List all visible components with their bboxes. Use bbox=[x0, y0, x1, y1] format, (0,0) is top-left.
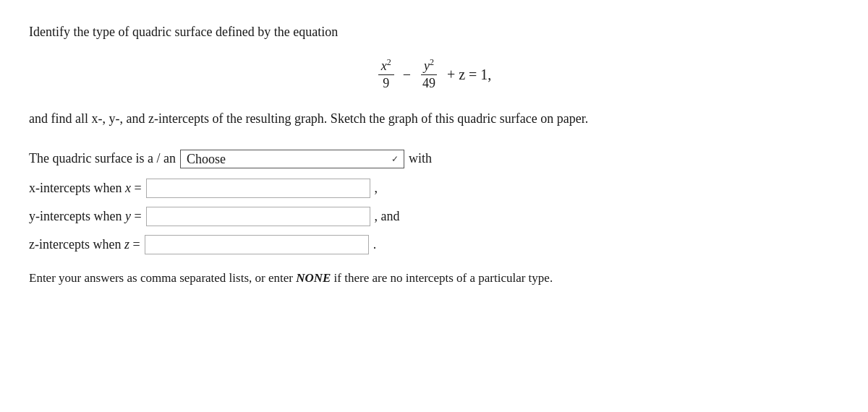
term2-var: y bbox=[424, 59, 430, 73]
z-var: z bbox=[124, 237, 129, 252]
term1-exp: 2 bbox=[387, 57, 391, 67]
operator: − bbox=[403, 66, 411, 83]
term1-var: x bbox=[381, 59, 387, 73]
term2-denominator: 49 bbox=[420, 75, 438, 91]
equation-block: x2 9 − y2 49 + z = 1, bbox=[29, 57, 839, 91]
x-intercept-label: x-intercepts when x = bbox=[29, 181, 142, 196]
interactive-section: The quadric surface is a / an Choose Ell… bbox=[29, 150, 839, 254]
footer-none: NONE bbox=[296, 271, 331, 285]
term1-denominator: 9 bbox=[380, 75, 392, 91]
z-intercept-row: z-intercepts when z = . bbox=[29, 235, 839, 254]
intro-text: Identify the type of quadric surface def… bbox=[29, 22, 839, 43]
dropdown-suffix: with bbox=[409, 151, 432, 166]
y-intercept-label: y-intercepts when y = bbox=[29, 209, 142, 224]
z-intercept-input[interactable] bbox=[145, 235, 369, 254]
y-intercept-row: y-intercepts when y = , and bbox=[29, 207, 839, 226]
surface-label-prefix: The quadric surface is a / an bbox=[29, 151, 176, 166]
x-intercept-row: x-intercepts when x = , bbox=[29, 179, 839, 198]
term2-exp: 2 bbox=[430, 57, 434, 67]
y-var: y bbox=[125, 209, 131, 223]
footer-text: Enter your answers as comma separated li… bbox=[29, 269, 839, 288]
y-intercept-input[interactable] bbox=[146, 207, 370, 226]
x-intercept-input[interactable] bbox=[146, 179, 370, 198]
footer-text-before: Enter your answers as comma separated li… bbox=[29, 271, 296, 285]
y-suffix: , and bbox=[375, 209, 400, 224]
term1-numerator: x2 bbox=[378, 59, 394, 75]
z-suffix: . bbox=[373, 237, 377, 252]
surface-type-dropdown[interactable]: Choose Ellipsoid Hyperboloid of One Shee… bbox=[180, 150, 404, 168]
surface-dropdown-wrapper: Choose Ellipsoid Hyperboloid of One Shee… bbox=[180, 150, 404, 168]
x-var: x bbox=[125, 181, 131, 195]
footer-text-after: if there are no intercepts of a particul… bbox=[331, 271, 553, 285]
term2-numerator: y2 bbox=[421, 59, 437, 75]
surface-type-row: The quadric surface is a / an Choose Ell… bbox=[29, 150, 839, 168]
term3: + z = 1, bbox=[447, 66, 491, 83]
term2-fraction: y2 49 bbox=[420, 59, 438, 91]
and-find-text: and find all x-, y-, and z-intercepts of… bbox=[29, 108, 839, 129]
term1-fraction: x2 9 bbox=[378, 59, 394, 91]
z-intercept-label: z-intercepts when z = bbox=[29, 237, 140, 252]
x-suffix: , bbox=[375, 181, 378, 196]
